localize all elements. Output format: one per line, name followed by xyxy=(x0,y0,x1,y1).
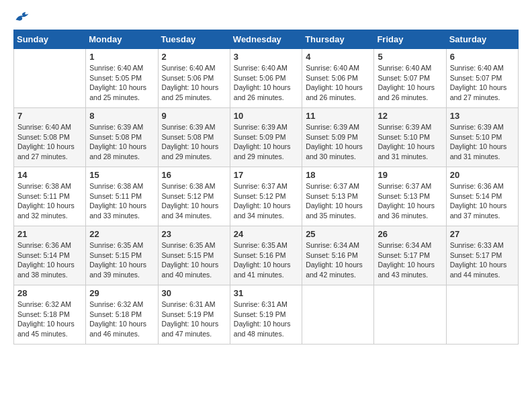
page: SundayMondayTuesdayWednesdayThursdayFrid… xyxy=(0,0,532,411)
day-number: 20 xyxy=(450,170,515,180)
logo-bird-icon xyxy=(15,11,30,23)
calendar-week-row: 14Sunrise: 6:38 AM Sunset: 5:11 PM Dayli… xyxy=(14,167,519,226)
day-detail: Sunrise: 6:40 AM Sunset: 5:08 PM Dayligh… xyxy=(17,122,82,162)
day-detail: Sunrise: 6:37 AM Sunset: 5:13 PM Dayligh… xyxy=(378,181,442,221)
calendar-cell: 15Sunrise: 6:38 AM Sunset: 5:11 PM Dayli… xyxy=(86,167,158,226)
calendar-cell: 13Sunrise: 6:39 AM Sunset: 5:10 PM Dayli… xyxy=(446,108,518,167)
calendar-cell: 8Sunrise: 6:39 AM Sunset: 5:08 PM Daylig… xyxy=(86,108,158,167)
calendar-cell: 25Sunrise: 6:34 AM Sunset: 5:16 PM Dayli… xyxy=(302,226,374,285)
day-detail: Sunrise: 6:39 AM Sunset: 5:10 PM Dayligh… xyxy=(378,122,442,162)
day-number: 21 xyxy=(17,229,82,239)
day-number: 25 xyxy=(306,229,370,239)
day-number: 29 xyxy=(89,288,154,298)
calendar-cell: 2Sunrise: 6:40 AM Sunset: 5:06 PM Daylig… xyxy=(158,49,230,108)
day-detail: Sunrise: 6:38 AM Sunset: 5:12 PM Dayligh… xyxy=(162,181,226,221)
calendar-weekday-header: Saturday xyxy=(446,30,518,49)
calendar-cell: 28Sunrise: 6:32 AM Sunset: 5:18 PM Dayli… xyxy=(14,285,86,345)
calendar-cell: 17Sunrise: 6:37 AM Sunset: 5:12 PM Dayli… xyxy=(230,167,302,226)
day-number: 13 xyxy=(450,111,515,121)
day-number: 15 xyxy=(89,170,154,180)
day-detail: Sunrise: 6:39 AM Sunset: 5:09 PM Dayligh… xyxy=(306,122,370,162)
calendar-cell: 20Sunrise: 6:36 AM Sunset: 5:14 PM Dayli… xyxy=(446,167,518,226)
day-detail: Sunrise: 6:39 AM Sunset: 5:08 PM Dayligh… xyxy=(162,122,226,162)
day-number: 6 xyxy=(450,52,515,62)
calendar-cell xyxy=(374,285,446,345)
calendar-weekday-header: Friday xyxy=(374,30,446,49)
calendar-cell: 30Sunrise: 6:31 AM Sunset: 5:19 PM Dayli… xyxy=(158,285,230,345)
calendar-body: 1Sunrise: 6:40 AM Sunset: 5:05 PM Daylig… xyxy=(14,49,519,345)
day-number: 10 xyxy=(234,111,298,121)
calendar-week-row: 1Sunrise: 6:40 AM Sunset: 5:05 PM Daylig… xyxy=(14,49,519,108)
calendar-cell: 12Sunrise: 6:39 AM Sunset: 5:10 PM Dayli… xyxy=(374,108,446,167)
calendar-cell: 29Sunrise: 6:32 AM Sunset: 5:18 PM Dayli… xyxy=(86,285,158,345)
day-detail: Sunrise: 6:35 AM Sunset: 5:15 PM Dayligh… xyxy=(89,240,154,280)
calendar-cell: 26Sunrise: 6:34 AM Sunset: 5:17 PM Dayli… xyxy=(374,226,446,285)
day-number: 24 xyxy=(234,229,298,239)
day-number: 11 xyxy=(306,111,370,121)
calendar-cell: 5Sunrise: 6:40 AM Sunset: 5:07 PM Daylig… xyxy=(374,49,446,108)
day-detail: Sunrise: 6:36 AM Sunset: 5:14 PM Dayligh… xyxy=(17,240,82,280)
day-number: 18 xyxy=(306,170,370,180)
day-number: 30 xyxy=(162,288,226,298)
day-detail: Sunrise: 6:31 AM Sunset: 5:19 PM Dayligh… xyxy=(234,300,298,339)
day-number: 5 xyxy=(378,52,442,62)
calendar-cell xyxy=(302,285,374,345)
calendar-weekday-header: Tuesday xyxy=(158,30,230,49)
day-number: 9 xyxy=(162,111,226,121)
logo xyxy=(13,11,30,23)
day-detail: Sunrise: 6:36 AM Sunset: 5:14 PM Dayligh… xyxy=(450,181,515,221)
calendar-cell: 3Sunrise: 6:40 AM Sunset: 5:06 PM Daylig… xyxy=(230,49,302,108)
calendar-cell: 23Sunrise: 6:35 AM Sunset: 5:15 PM Dayli… xyxy=(158,226,230,285)
calendar-cell: 14Sunrise: 6:38 AM Sunset: 5:11 PM Dayli… xyxy=(14,167,86,226)
calendar-cell: 10Sunrise: 6:39 AM Sunset: 5:09 PM Dayli… xyxy=(230,108,302,167)
calendar-cell: 11Sunrise: 6:39 AM Sunset: 5:09 PM Dayli… xyxy=(302,108,374,167)
day-detail: Sunrise: 6:38 AM Sunset: 5:11 PM Dayligh… xyxy=(89,181,154,221)
day-number: 31 xyxy=(234,288,298,298)
calendar-weekday-header: Monday xyxy=(86,30,158,49)
calendar-cell: 16Sunrise: 6:38 AM Sunset: 5:12 PM Dayli… xyxy=(158,167,230,226)
day-number: 17 xyxy=(234,170,298,180)
calendar-weekday-header: Wednesday xyxy=(230,30,302,49)
day-detail: Sunrise: 6:40 AM Sunset: 5:07 PM Dayligh… xyxy=(450,63,515,103)
day-detail: Sunrise: 6:40 AM Sunset: 5:07 PM Dayligh… xyxy=(378,63,442,103)
calendar-weekday-header: Sunday xyxy=(14,30,86,49)
day-number: 7 xyxy=(17,111,82,121)
calendar-week-row: 21Sunrise: 6:36 AM Sunset: 5:14 PM Dayli… xyxy=(14,226,519,285)
calendar-header-row: SundayMondayTuesdayWednesdayThursdayFrid… xyxy=(14,30,519,49)
day-detail: Sunrise: 6:31 AM Sunset: 5:19 PM Dayligh… xyxy=(162,300,226,339)
day-number: 12 xyxy=(378,111,442,121)
header xyxy=(13,11,519,23)
calendar-cell: 22Sunrise: 6:35 AM Sunset: 5:15 PM Dayli… xyxy=(86,226,158,285)
day-detail: Sunrise: 6:39 AM Sunset: 5:08 PM Dayligh… xyxy=(89,122,154,162)
day-detail: Sunrise: 6:34 AM Sunset: 5:16 PM Dayligh… xyxy=(306,240,370,280)
day-number: 14 xyxy=(17,170,82,180)
day-number: 23 xyxy=(162,229,226,239)
day-number: 8 xyxy=(89,111,154,121)
day-number: 3 xyxy=(234,52,298,62)
calendar-table: SundayMondayTuesdayWednesdayThursdayFrid… xyxy=(13,30,519,345)
day-number: 4 xyxy=(306,52,370,62)
calendar-weekday-header: Thursday xyxy=(302,30,374,49)
calendar-week-row: 7Sunrise: 6:40 AM Sunset: 5:08 PM Daylig… xyxy=(14,108,519,167)
day-number: 1 xyxy=(89,52,154,62)
day-detail: Sunrise: 6:32 AM Sunset: 5:18 PM Dayligh… xyxy=(89,300,154,339)
day-detail: Sunrise: 6:39 AM Sunset: 5:09 PM Dayligh… xyxy=(234,122,298,162)
day-detail: Sunrise: 6:40 AM Sunset: 5:06 PM Dayligh… xyxy=(234,63,298,103)
day-detail: Sunrise: 6:40 AM Sunset: 5:06 PM Dayligh… xyxy=(306,63,370,103)
calendar-cell: 4Sunrise: 6:40 AM Sunset: 5:06 PM Daylig… xyxy=(302,49,374,108)
calendar-cell: 7Sunrise: 6:40 AM Sunset: 5:08 PM Daylig… xyxy=(14,108,86,167)
day-detail: Sunrise: 6:40 AM Sunset: 5:05 PM Dayligh… xyxy=(89,63,154,103)
day-detail: Sunrise: 6:37 AM Sunset: 5:12 PM Dayligh… xyxy=(234,181,298,221)
calendar-cell xyxy=(446,285,518,345)
calendar-cell: 31Sunrise: 6:31 AM Sunset: 5:19 PM Dayli… xyxy=(230,285,302,345)
calendar-week-row: 28Sunrise: 6:32 AM Sunset: 5:18 PM Dayli… xyxy=(14,285,519,345)
day-detail: Sunrise: 6:38 AM Sunset: 5:11 PM Dayligh… xyxy=(17,181,82,221)
calendar-cell: 19Sunrise: 6:37 AM Sunset: 5:13 PM Dayli… xyxy=(374,167,446,226)
day-number: 2 xyxy=(162,52,226,62)
day-number: 26 xyxy=(378,229,442,239)
calendar-cell: 21Sunrise: 6:36 AM Sunset: 5:14 PM Dayli… xyxy=(14,226,86,285)
calendar-cell xyxy=(14,49,86,108)
calendar-cell: 9Sunrise: 6:39 AM Sunset: 5:08 PM Daylig… xyxy=(158,108,230,167)
day-number: 22 xyxy=(89,229,154,239)
day-number: 19 xyxy=(378,170,442,180)
